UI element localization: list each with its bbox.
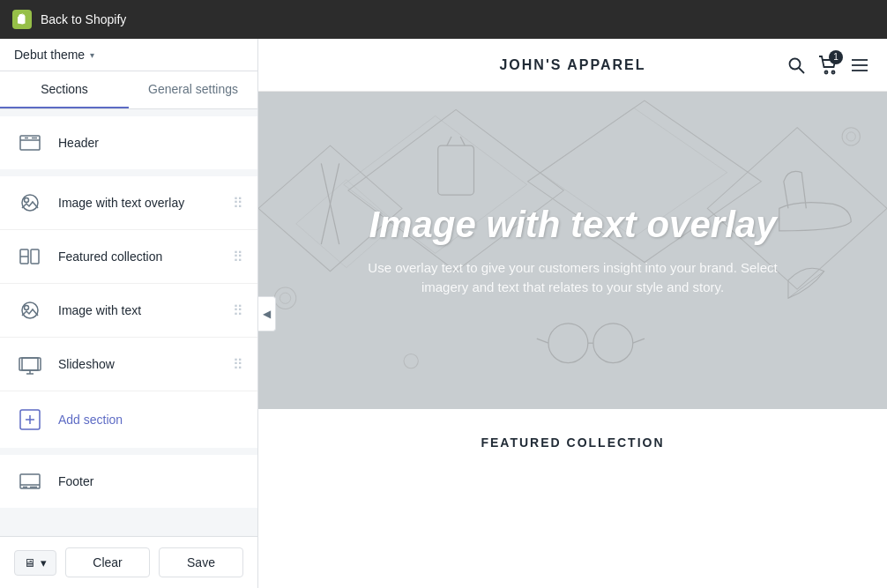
svg-point-24	[825, 71, 828, 73]
svg-point-9	[22, 302, 38, 318]
tab-sections[interactable]: Sections	[0, 71, 129, 108]
drag-handle-featured-collection[interactable]: ⠿	[233, 249, 243, 265]
section-item-header[interactable]: Header	[0, 116, 257, 176]
add-section-icon	[14, 404, 46, 435]
svg-rect-38	[438, 145, 474, 195]
store-header: JOHN'S APPAREL 1	[258, 39, 887, 92]
sidebar-bottom-bar: 🖥 ▾ Clear Save	[0, 536, 257, 588]
footer-icon	[14, 465, 46, 497]
tab-general-settings[interactable]: General settings	[129, 71, 257, 108]
theme-name: Debut theme	[14, 48, 85, 62]
hero-title: Image with text overlay	[353, 204, 794, 246]
device-chevron-icon: ▾	[41, 556, 47, 569]
back-to-shopify-label[interactable]: Back to Shopify	[41, 12, 126, 26]
image-overlay-icon	[14, 187, 46, 219]
featured-collection-title: FEATURED COLLECTION	[276, 435, 869, 450]
svg-point-48	[842, 128, 860, 145]
store-title: JOHN'S APPAREL	[499, 57, 645, 73]
svg-line-23	[799, 68, 804, 73]
svg-line-40	[460, 137, 465, 145]
sidebar-collapse-button[interactable]: ◀	[258, 296, 276, 331]
slideshow-label: Slideshow	[58, 357, 226, 371]
svg-point-42	[593, 324, 633, 363]
svg-point-22	[790, 58, 801, 69]
theme-bar[interactable]: Debut theme ▾	[0, 39, 257, 71]
svg-rect-12	[22, 358, 38, 370]
header-icon	[14, 127, 46, 159]
sidebar-sections-list: Header Image with text overlay ⠿	[0, 109, 257, 536]
image-with-text-icon	[14, 294, 46, 326]
drag-handle-image-with-text[interactable]: ⠿	[233, 302, 243, 319]
main-layout: Debut theme ▾ Sections General settings	[0, 39, 887, 588]
section-item-image-with-text[interactable]: Image with text ⠿	[0, 284, 257, 338]
section-item-featured-collection[interactable]: Featured collection ⠿	[0, 230, 257, 284]
cart-badge: 1	[829, 50, 843, 64]
shopify-logo	[12, 10, 32, 29]
featured-collection-section: FEATURED COLLECTION	[258, 409, 887, 476]
hero-text-overlay: Image with text overlay Use overlay text…	[317, 204, 829, 298]
image-with-text-label: Image with text	[58, 303, 226, 317]
image-overlay-label: Image with text overlay	[58, 196, 226, 210]
section-item-image-with-text-overlay[interactable]: Image with text overlay ⠿	[0, 176, 257, 230]
preview-area: JOHN'S APPAREL 1	[258, 39, 887, 588]
save-button[interactable]: Save	[159, 547, 243, 577]
sidebar: Debut theme ▾ Sections General settings	[0, 39, 258, 588]
hero-subtitle: Use overlay text to give your customers …	[353, 258, 794, 298]
search-icon[interactable]	[786, 56, 806, 75]
theme-chevron-icon: ▾	[90, 50, 94, 60]
cart-icon[interactable]: 1	[818, 56, 838, 75]
store-header-icons: 1	[786, 56, 869, 75]
header-label: Header	[58, 136, 243, 150]
menu-icon[interactable]	[850, 56, 869, 75]
svg-rect-7	[31, 249, 39, 264]
svg-point-10	[25, 306, 29, 310]
svg-point-46	[274, 287, 295, 309]
svg-rect-18	[20, 474, 40, 488]
svg-point-25	[832, 71, 835, 73]
featured-collection-label: Featured collection	[58, 249, 226, 264]
drag-handle-image-overlay[interactable]: ⠿	[233, 195, 243, 212]
slideshow-icon	[14, 348, 46, 380]
svg-point-4	[22, 195, 38, 211]
sidebar-tabs: Sections General settings	[0, 71, 257, 109]
add-section-label: Add section	[58, 413, 123, 427]
device-icon: 🖥	[24, 556, 35, 569]
svg-point-50	[404, 354, 418, 368]
device-picker[interactable]: 🖥 ▾	[14, 550, 56, 576]
svg-line-44	[633, 339, 645, 343]
featured-collection-icon	[14, 241, 46, 272]
section-item-footer[interactable]: Footer	[0, 455, 257, 508]
svg-line-39	[447, 137, 451, 145]
svg-point-47	[280, 293, 290, 303]
footer-label: Footer	[58, 474, 243, 488]
hero-section: Image with text overlay Use overlay text…	[258, 92, 887, 409]
section-item-slideshow[interactable]: Slideshow ⠿	[0, 338, 257, 391]
top-bar: Back to Shopify	[0, 0, 887, 39]
clear-button[interactable]: Clear	[65, 547, 150, 577]
preview-content: Image with text overlay Use overlay text…	[258, 92, 887, 588]
collapse-arrow-icon: ◀	[263, 308, 271, 320]
svg-point-5	[25, 198, 29, 203]
add-section-button[interactable]: Add section	[0, 391, 257, 455]
drag-handle-slideshow[interactable]: ⠿	[233, 356, 243, 373]
svg-line-43	[537, 339, 548, 343]
svg-point-41	[548, 324, 588, 363]
svg-point-49	[846, 132, 855, 141]
